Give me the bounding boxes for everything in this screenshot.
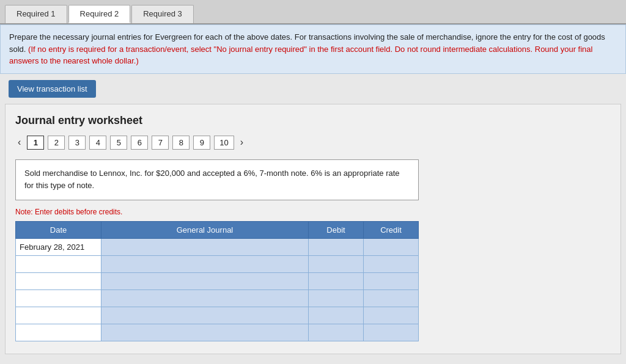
date-cell-6 (16, 324, 101, 341)
credit-cell-6[interactable] (364, 324, 419, 341)
debit-input-2[interactable] (312, 257, 359, 271)
debit-cell-6[interactable] (309, 324, 364, 341)
journal-input-2[interactable] (105, 257, 304, 271)
credit-input-5[interactable] (367, 308, 414, 322)
journal-input-5[interactable] (105, 308, 304, 322)
debit-cell-5[interactable] (309, 307, 364, 324)
table-row (16, 290, 419, 307)
debit-cell-3[interactable] (309, 273, 364, 290)
debit-cell-1[interactable] (309, 239, 364, 256)
worksheet-container: Journal entry worksheet ‹ 1 2 3 4 5 6 7 … (5, 104, 621, 355)
journal-cell-4[interactable] (101, 290, 309, 307)
page-navigation: ‹ 1 2 3 4 5 6 7 8 9 10 › (15, 136, 611, 150)
table-row (16, 273, 419, 290)
page-5[interactable]: 5 (110, 136, 127, 150)
date-cell-3 (16, 273, 101, 290)
page-3[interactable]: 3 (68, 136, 86, 150)
header-credit: Credit (364, 222, 419, 239)
debit-input-6[interactable] (312, 326, 359, 340)
date-cell-1: February 28, 2021 (16, 239, 101, 256)
tab-required2[interactable]: Required 2 (68, 5, 131, 23)
prev-page-arrow[interactable]: ‹ (15, 136, 23, 149)
next-page-arrow[interactable]: › (238, 136, 246, 149)
debit-cell-2[interactable] (309, 256, 364, 273)
instruction-box: Prepare the necessary journal entries fo… (0, 24, 626, 74)
header-debit: Debit (309, 222, 364, 239)
date-value-1: February 28, 2021 (20, 242, 84, 252)
journal-input-4[interactable] (105, 291, 304, 305)
journal-cell-2[interactable] (101, 256, 309, 273)
credit-input-6[interactable] (367, 326, 414, 340)
date-cell-2 (16, 256, 101, 273)
credit-input-1[interactable] (367, 240, 414, 254)
header-date: Date (16, 222, 101, 239)
page-4[interactable]: 4 (89, 136, 106, 150)
credit-cell-5[interactable] (364, 307, 419, 324)
page-10[interactable]: 10 (214, 136, 234, 150)
credit-input-3[interactable] (367, 274, 414, 288)
debit-input-5[interactable] (312, 308, 359, 322)
worksheet-title: Journal entry worksheet (15, 114, 611, 127)
table-row (16, 307, 419, 324)
tab-required3[interactable]: Required 3 (131, 5, 194, 23)
debit-input-4[interactable] (312, 291, 359, 305)
note-text: Note: Enter debits before credits. (15, 208, 611, 216)
journal-cell-1[interactable] (101, 239, 309, 256)
page-2[interactable]: 2 (48, 136, 65, 150)
journal-input-1[interactable] (105, 240, 304, 254)
description-box: Sold merchandise to Lennox, Inc. for $20… (15, 159, 419, 201)
page-9[interactable]: 9 (193, 136, 210, 150)
page-7[interactable]: 7 (152, 136, 169, 150)
date-cell-5 (16, 307, 101, 324)
credit-cell-3[interactable] (364, 273, 419, 290)
debit-input-3[interactable] (312, 274, 359, 288)
header-general-journal: General Journal (101, 222, 309, 239)
tabs-container: Required 1 Required 2 Required 3 (0, 0, 626, 24)
date-cell-4 (16, 290, 101, 307)
journal-cell-3[interactable] (101, 273, 309, 290)
journal-cell-5[interactable] (101, 307, 309, 324)
table-row: February 28, 2021 (16, 239, 419, 256)
instruction-red-text: (If no entry is required for a transacti… (9, 45, 592, 66)
debit-input-1[interactable] (312, 240, 359, 254)
debit-cell-4[interactable] (309, 290, 364, 307)
tab-required1[interactable]: Required 1 (5, 5, 67, 23)
description-text: Sold merchandise to Lennox, Inc. for $20… (24, 169, 400, 191)
journal-cell-6[interactable] (101, 324, 309, 341)
page-6[interactable]: 6 (131, 136, 148, 150)
journal-input-3[interactable] (105, 274, 304, 288)
credit-input-4[interactable] (367, 291, 414, 305)
journal-table: Date General Journal Debit Credit Februa… (15, 221, 419, 341)
credit-input-2[interactable] (367, 257, 414, 271)
table-row (16, 324, 419, 341)
table-row (16, 256, 419, 273)
page-8[interactable]: 8 (172, 136, 190, 150)
credit-cell-1[interactable] (364, 239, 419, 256)
credit-cell-4[interactable] (364, 290, 419, 307)
page-1[interactable]: 1 (27, 136, 44, 150)
credit-cell-2[interactable] (364, 256, 419, 273)
journal-input-6[interactable] (105, 326, 304, 340)
view-transaction-button[interactable]: View transaction list (9, 80, 96, 98)
